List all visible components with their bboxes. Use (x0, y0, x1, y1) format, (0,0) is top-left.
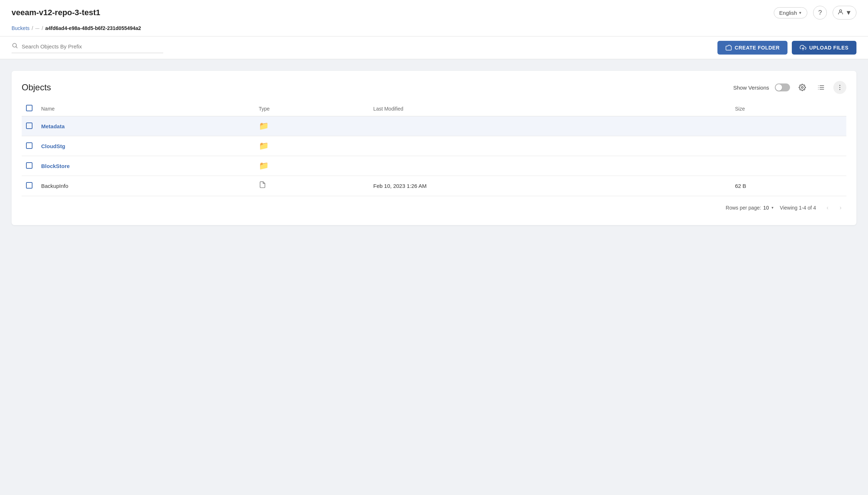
main-content: Objects Show Versions (0, 59, 868, 237)
size-column-header: Size (731, 101, 846, 116)
folder-icon: 📁 (259, 161, 269, 170)
help-icon: ? (818, 9, 822, 17)
table-row: BlockStore 📁 (22, 156, 846, 176)
row-size (731, 156, 846, 176)
folder-icon: 📁 (259, 141, 269, 150)
row-last-modified: Feb 10, 2023 1:26 AM (369, 176, 731, 196)
file-icon (259, 182, 266, 190)
row-checkbox-cell (22, 156, 37, 176)
toolbar-buttons: CREATE FOLDER UPLOAD FILES (717, 41, 856, 55)
row-last-modified (369, 116, 731, 136)
prev-page-button[interactable]: ‹ (822, 202, 833, 214)
search-box (12, 42, 163, 53)
more-options-button[interactable] (833, 81, 846, 94)
show-versions-label: Show Versions (733, 85, 769, 91)
user-icon (837, 9, 844, 17)
row-name[interactable]: CloudStg (37, 136, 255, 156)
help-button[interactable]: ? (813, 6, 827, 20)
row-last-modified (369, 156, 731, 176)
file-name: BackupInfo (41, 183, 68, 189)
language-chevron: ▼ (798, 11, 802, 15)
user-chevron: ▼ (845, 9, 852, 17)
next-page-button[interactable]: › (835, 202, 846, 214)
create-folder-label: CREATE FOLDER (735, 45, 780, 51)
row-checkbox[interactable] (26, 122, 32, 129)
rows-per-page: Rows per page: 10 25 50 (726, 205, 774, 211)
row-checkbox[interactable] (26, 162, 32, 169)
breadcrumb-dots[interactable]: ··· (35, 25, 40, 31)
objects-table: Name Type Last Modified Size Metadata 📁 … (22, 101, 846, 196)
select-all-checkbox[interactable] (26, 105, 32, 111)
breadcrumb-sep1: / (32, 25, 33, 31)
row-name[interactable]: Metadata (37, 116, 255, 136)
search-input[interactable] (22, 43, 163, 50)
svg-point-0 (839, 10, 842, 12)
last-modified-column-header: Last Modified (369, 101, 731, 116)
row-checkbox-cell (22, 176, 37, 196)
folder-name[interactable]: CloudStg (41, 143, 65, 149)
language-label: English (779, 10, 797, 16)
row-size (731, 116, 846, 136)
row-size: 62 B (731, 176, 846, 196)
svg-point-4 (802, 87, 803, 89)
svg-line-2 (16, 47, 17, 48)
row-checkbox-cell (22, 116, 37, 136)
toolbar: CREATE FOLDER UPLOAD FILES (0, 36, 868, 59)
row-name: BackupInfo (37, 176, 255, 196)
table-row: CloudStg 📁 (22, 136, 846, 156)
row-type (255, 176, 369, 196)
svg-point-12 (839, 87, 841, 88)
list-view-icon-button[interactable] (815, 81, 828, 94)
row-last-modified (369, 136, 731, 156)
viewing-label: Viewing 1-4 of 4 (780, 205, 816, 211)
header-top: veeam-v12-repo-3-test1 English ▼ ? ▼ (12, 6, 856, 22)
breadcrumb-sep2: / (42, 25, 43, 31)
page-navigation: ‹ › (822, 202, 846, 214)
app-title: veeam-v12-repo-3-test1 (12, 8, 100, 17)
create-folder-button[interactable]: CREATE FOLDER (717, 41, 787, 55)
show-versions-toggle[interactable] (775, 83, 790, 91)
objects-controls: Show Versions (733, 81, 846, 94)
folder-icon: 📁 (259, 121, 269, 130)
pagination-row: Rows per page: 10 25 50 Viewing 1-4 of 4… (22, 196, 846, 215)
svg-point-11 (839, 85, 841, 86)
breadcrumb-current: a4fd6ad4-e98a-48d5-b6f2-231d055494a2 (45, 25, 141, 31)
folder-name[interactable]: BlockStore (41, 163, 70, 169)
table-row: BackupInfo Feb 10, 2023 1:26 AM 62 B (22, 176, 846, 196)
upload-files-label: UPLOAD FILES (809, 45, 849, 51)
header: veeam-v12-repo-3-test1 English ▼ ? ▼ Buc… (0, 0, 868, 36)
row-type: 📁 (255, 156, 369, 176)
objects-header: Objects Show Versions (22, 81, 846, 94)
row-checkbox[interactable] (26, 182, 32, 189)
breadcrumb: Buckets / ··· / a4fd6ad4-e98a-48d5-b6f2-… (12, 22, 856, 36)
svg-point-1 (13, 43, 17, 47)
type-column-header: Type (255, 101, 369, 116)
objects-title: Objects (22, 82, 51, 92)
rows-per-page-label: Rows per page: (726, 205, 761, 211)
row-type: 📁 (255, 136, 369, 156)
table-row: Metadata 📁 (22, 116, 846, 136)
row-name[interactable]: BlockStore (37, 156, 255, 176)
user-menu[interactable]: ▼ (833, 6, 856, 20)
row-size (731, 136, 846, 156)
rows-per-page-select[interactable]: 10 25 50 (763, 205, 774, 211)
svg-point-13 (839, 89, 841, 90)
language-selector[interactable]: English ▼ (774, 7, 807, 18)
row-checkbox-cell (22, 136, 37, 156)
upload-files-button[interactable]: UPLOAD FILES (792, 41, 856, 55)
row-type: 📁 (255, 116, 369, 136)
select-all-header (22, 101, 37, 116)
settings-icon-button[interactable] (796, 81, 809, 94)
row-checkbox[interactable] (26, 142, 32, 149)
name-column-header: Name (37, 101, 255, 116)
objects-panel: Objects Show Versions (12, 71, 856, 225)
breadcrumb-buckets[interactable]: Buckets (12, 25, 30, 31)
search-icon (12, 42, 18, 51)
header-controls: English ▼ ? ▼ (774, 6, 856, 20)
folder-name[interactable]: Metadata (41, 123, 65, 129)
